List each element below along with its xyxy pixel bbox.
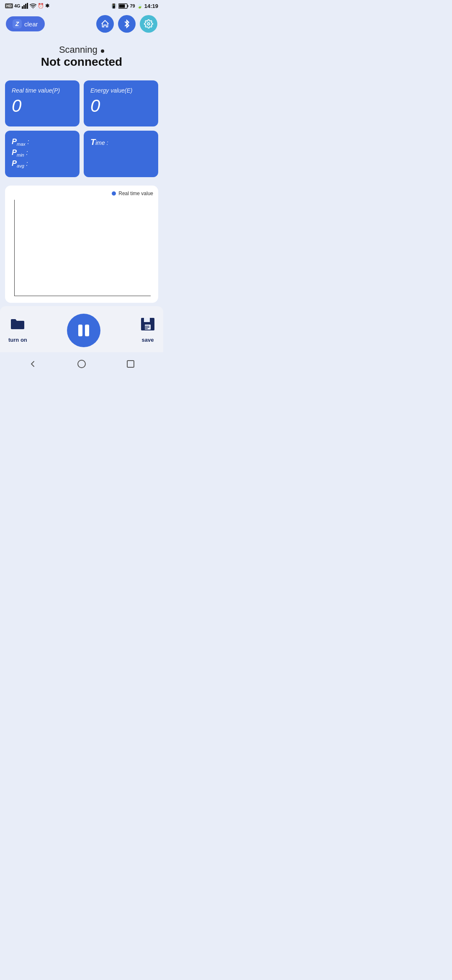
svg-rect-14: [144, 328, 148, 329]
chart-plot: [14, 200, 151, 296]
scanning-status: Scanning: [4, 44, 159, 55]
eco-icon: 🍃: [137, 3, 143, 9]
save-label: save: [142, 337, 154, 343]
hd-badge: HD: [5, 3, 13, 8]
pause-bar-left: [78, 325, 82, 336]
battery-icon: [118, 3, 128, 9]
clear-label: clear: [24, 21, 38, 28]
svg-rect-10: [144, 318, 150, 322]
recents-icon: [126, 359, 136, 369]
svg-rect-12: [144, 326, 149, 327]
scanning-section: Scanning Not connected: [0, 36, 163, 73]
network-type: 4G: [14, 3, 21, 8]
bluetooth-status-icon: ✱: [45, 3, 49, 9]
nav-icons: [96, 15, 157, 33]
pause-icon: [78, 325, 89, 336]
energy-card: Energy value(E) 0: [84, 80, 158, 126]
pavg-label: Pavg :: [12, 159, 73, 168]
settings-button[interactable]: [140, 15, 157, 33]
realtime-card: Real time value(P) 0: [5, 80, 80, 126]
scanning-dot: [101, 49, 104, 53]
bluetooth-icon: [123, 19, 131, 28]
svg-point-8: [147, 23, 150, 25]
time-display: 14:19: [144, 3, 158, 9]
turn-on-button[interactable]: turn on: [8, 317, 27, 343]
clear-icon-text: Z: [15, 21, 19, 27]
alarm-icon: ⏰: [38, 3, 44, 9]
svg-point-4: [33, 8, 33, 9]
recents-nav-button[interactable]: [123, 356, 138, 371]
status-right: 📳 79 🍃 14:19: [111, 3, 159, 9]
home-icon: [100, 19, 110, 28]
wifi-icon: [30, 3, 36, 9]
back-icon: [28, 359, 38, 369]
svg-rect-1: [23, 5, 25, 9]
svg-rect-16: [127, 361, 134, 367]
svg-rect-0: [22, 6, 23, 9]
svg-rect-13: [144, 327, 149, 328]
svg-rect-7: [119, 4, 125, 8]
pstats-card: Pmax : Pmin : Pavg :: [5, 131, 80, 177]
battery-level: 79: [130, 3, 135, 8]
realtime-card-value: 0: [12, 97, 73, 115]
turn-on-label: turn on: [8, 337, 27, 343]
status-left: HD 4G ⏰ ✱: [5, 3, 49, 9]
realtime-card-title: Real time value(P): [12, 87, 73, 94]
cards-grid: Real time value(P) 0 Energy value(E) 0 P…: [0, 73, 163, 181]
svg-rect-3: [27, 3, 28, 9]
settings-icon: [144, 19, 153, 28]
save-button[interactable]: save: [141, 317, 155, 343]
bluetooth-button[interactable]: [118, 15, 136, 33]
home-button[interactable]: [96, 15, 114, 33]
bottom-bar: turn on save: [0, 306, 163, 352]
vibrate-icon: 📳: [111, 3, 117, 9]
legend-dot: [112, 191, 116, 196]
chart-legend: Real time value: [10, 191, 153, 196]
nav-bar: [0, 352, 163, 377]
time-card-title: Time :: [90, 137, 152, 147]
svg-point-15: [78, 360, 85, 368]
top-nav: Z clear: [0, 12, 163, 36]
clear-icon: Z: [13, 19, 22, 28]
save-icon: [141, 317, 155, 334]
pmax-label: Pmax :: [12, 137, 73, 147]
back-nav-button[interactable]: [25, 356, 40, 371]
chart-container: Real time value: [5, 186, 158, 303]
clear-button[interactable]: Z clear: [6, 16, 45, 31]
home-nav-button[interactable]: [74, 356, 89, 371]
folder-icon: [10, 317, 25, 334]
energy-card-value: 0: [90, 97, 152, 115]
svg-rect-6: [127, 5, 128, 7]
pmin-label: Pmin :: [12, 148, 73, 157]
not-connected-label: Not connected: [4, 55, 159, 69]
signal-icon: [22, 3, 28, 9]
pause-button[interactable]: [67, 314, 100, 347]
status-bar: HD 4G ⏰ ✱ 📳 79 🍃 14:19: [0, 0, 163, 12]
scanning-label: Scanning: [59, 44, 98, 55]
legend-label: Real time value: [118, 191, 153, 196]
svg-rect-2: [25, 4, 26, 9]
home-nav-icon: [77, 359, 87, 369]
pause-bar-right: [85, 325, 89, 336]
energy-card-title: Energy value(E): [90, 87, 152, 94]
time-card: Time :: [84, 131, 158, 177]
